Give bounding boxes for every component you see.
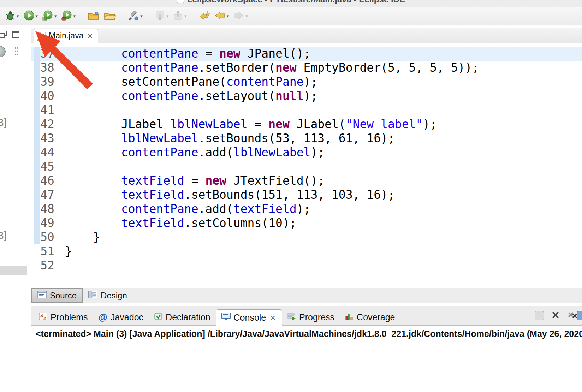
code-line-52[interactable]: 52	[31, 259, 582, 273]
code-line-44[interactable]: 44 contentPane.add(lblNewLabel);	[31, 145, 582, 160]
external-tools-button[interactable]: ▾	[128, 10, 143, 23]
tab-design[interactable]: Design	[83, 288, 133, 303]
tab-progress-label: Progress	[299, 312, 334, 322]
restore-view-icon[interactable]	[0, 30, 7, 40]
forward-button[interactable]: ▾	[233, 10, 248, 22]
code-text: contentPane = new JPanel();	[65, 47, 310, 61]
code-line-45[interactable]: 45	[31, 160, 582, 174]
export-icon	[173, 10, 183, 22]
code-line-48[interactable]: 48 contentPane.add(textField);	[31, 202, 582, 216]
window-titlebar: eclipseWorkSpace - PTtest/src/Main.java …	[0, 0, 582, 7]
import-button[interactable]: ▾	[155, 10, 169, 22]
tab-main-java[interactable]: J Main.java ✕	[34, 29, 98, 43]
code-text: textField.setColumns(10);	[65, 216, 297, 230]
run-button[interactable]: ▾	[23, 10, 38, 23]
profile-button[interactable]: ▾	[61, 10, 76, 23]
profile-icon	[61, 10, 72, 23]
open-file-button[interactable]	[88, 11, 100, 22]
code-line-38[interactable]: 38 contentPane.setBorder(new EmptyBorder…	[31, 61, 582, 75]
java-file-icon: J	[38, 32, 46, 40]
line-number: 45	[40, 160, 54, 174]
back-button[interactable]: ▾	[214, 10, 229, 22]
code-text: }	[65, 230, 100, 244]
line-number: 43	[40, 131, 54, 145]
last-edit-location-icon	[199, 10, 210, 22]
tab-declaration-label: Declaration	[166, 312, 210, 322]
coverage-tab-icon	[345, 312, 354, 322]
code-editor[interactable]: 37 contentPane = new JPanel();38 content…	[31, 43, 582, 288]
tab-javadoc[interactable]: @ Javadoc	[93, 309, 149, 325]
tab-design-label: Design	[101, 291, 127, 301]
chevron-down-icon[interactable]: ▾	[184, 14, 187, 18]
main-toolbar: ▾ ▾ ▾ ▾ ▾ ▾ ▾ ▾ ▾	[0, 7, 582, 25]
line-number: 52	[40, 259, 54, 273]
debug-button[interactable]: ▾	[5, 10, 19, 22]
code-line-41[interactable]: 41	[31, 103, 582, 117]
tab-source[interactable]: Source	[31, 288, 83, 303]
back-icon	[214, 10, 226, 22]
drag-handle-icon[interactable]	[14, 47, 19, 59]
tab-declaration[interactable]: Declaration	[149, 309, 215, 325]
code-line-46[interactable]: 46 textField = new JTextField();	[31, 174, 582, 188]
tab-source-label: Source	[50, 291, 77, 301]
code-line-37[interactable]: 37 contentPane = new JPanel();	[31, 47, 582, 61]
collapsed-view-strip[interactable]	[0, 266, 27, 275]
line-number: 50	[40, 230, 54, 244]
code-line-47[interactable]: 47 textField.setBounds(151, 113, 103, 16…	[31, 188, 582, 202]
close-icon[interactable]: ✕	[86, 32, 94, 40]
open-folder-button[interactable]	[104, 11, 116, 22]
line-number: 49	[40, 216, 54, 230]
declaration-icon	[154, 312, 162, 322]
line-number: 39	[40, 75, 54, 89]
line-number: 38	[40, 61, 54, 75]
chevron-down-icon[interactable]: ▾	[54, 14, 57, 18]
chevron-down-icon[interactable]: ▾	[166, 14, 169, 18]
code-text: contentPane.setBorder(new EmptyBorder(5,…	[65, 61, 479, 75]
code-line-49[interactable]: 49 textField.setColumns(10);	[31, 216, 582, 230]
code-line-50[interactable]: 50 }	[31, 230, 582, 244]
maximize-view-icon[interactable]	[12, 30, 20, 40]
import-icon	[155, 10, 165, 22]
open-folder-icon	[104, 11, 116, 22]
line-number: 51	[40, 244, 54, 259]
tab-problems[interactable]: Problems	[34, 309, 93, 325]
run-icon	[23, 10, 35, 23]
code-line-42[interactable]: 42 JLabel lblNewLabel = new JLabel("New …	[31, 117, 582, 131]
code-line-40[interactable]: 40 contentPane.setLayout(null);	[31, 89, 582, 103]
console-output[interactable]: <terminated> Main (3) [Java Application]…	[31, 326, 582, 392]
clipped-toolbar-icon[interactable]	[577, 311, 582, 320]
open-file-icon	[88, 11, 100, 22]
chevron-down-icon[interactable]: ▾	[73, 14, 76, 18]
pin-console-icon[interactable]	[535, 311, 544, 320]
chevron-down-icon[interactable]: ▾	[36, 14, 38, 18]
tab-console-label: Console	[234, 313, 266, 323]
code-line-39[interactable]: 39 setContentPane(contentPane);	[31, 75, 582, 89]
close-icon[interactable]: ✕	[269, 314, 277, 322]
tab-console[interactable]: Console ✕	[216, 309, 283, 326]
console-toolbar	[535, 310, 578, 321]
console-icon	[221, 313, 231, 323]
clipped-label: 3]	[0, 230, 7, 242]
coverage-button[interactable]: ▾	[42, 10, 57, 23]
editor-tab-label: Main.java	[49, 31, 83, 41]
chevron-down-icon[interactable]: ▾	[245, 14, 248, 18]
code-line-51[interactable]: 51}	[31, 244, 582, 259]
chevron-down-icon[interactable]: ▾	[17, 14, 19, 18]
export-button[interactable]: ▾	[173, 10, 187, 22]
problems-icon	[39, 312, 47, 322]
remove-all-terminated-icon[interactable]	[567, 310, 578, 321]
perspective-icon[interactable]	[0, 46, 6, 57]
editor-mode-tabs: Source Design	[31, 288, 582, 303]
tab-progress[interactable]: Progress	[282, 309, 340, 325]
chevron-down-icon[interactable]: ▾	[227, 14, 229, 18]
window-title: eclipseWorkSpace - PTtest/src/Main.java …	[188, 0, 405, 5]
clear-console-icon[interactable]	[551, 310, 560, 321]
tab-coverage[interactable]: Coverage	[340, 309, 400, 325]
source-icon	[37, 291, 47, 301]
last-edit-location-button[interactable]	[199, 10, 210, 22]
tab-problems-label: Problems	[51, 312, 88, 322]
code-line-43[interactable]: 43 lblNewLabel.setBounds(53, 113, 61, 16…	[31, 131, 582, 145]
code-text: lblNewLabel.setBounds(53, 113, 61, 16);	[65, 131, 395, 145]
chevron-down-icon[interactable]: ▾	[140, 14, 143, 18]
code-text: contentPane.add(lblNewLabel);	[65, 145, 325, 160]
